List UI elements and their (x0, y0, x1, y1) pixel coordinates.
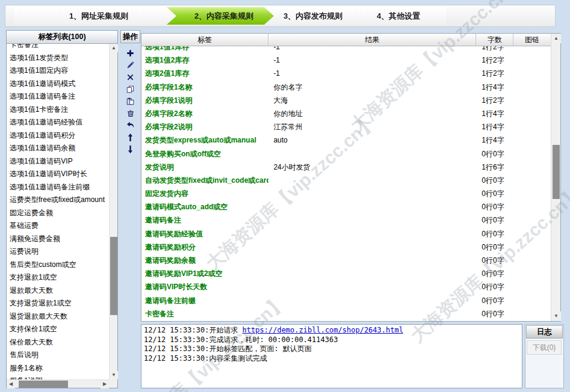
tag-list-item[interactable]: 选项1值1邀请码模式 (7, 78, 109, 91)
tab-content-collect-rules[interactable]: 2、内容采集规则 (167, 7, 275, 25)
result-table-header: 标签 结果 字数 图链 (141, 34, 551, 46)
tag-list-item[interactable]: 满额免运费金额 (7, 233, 109, 246)
tag-cell: 邀请码模式auto_add或空 (141, 200, 268, 213)
tag-list-item[interactable]: 选项1值1发货类型 (7, 52, 109, 65)
table-row[interactable]: 选项1值1库存-11行2字 (141, 46, 551, 54)
log-line: 12/12 15:33:30:开始标签匹配，页面: 默认页面 (144, 345, 519, 354)
tag-list-item[interactable]: 固定运费金额 (7, 207, 109, 220)
table-row[interactable]: 免登录购买on或off或空0行0字 (141, 147, 551, 161)
table-row[interactable]: 必填字段2名称你的地址1行4字 (141, 107, 551, 120)
paste-icon[interactable] (120, 95, 140, 107)
table-row[interactable]: 邀请码备注0行0字 (141, 213, 551, 227)
scroll-left-icon[interactable]: ◀ (7, 380, 15, 388)
tag-list-item[interactable]: 退款最大天数 (7, 284, 109, 298)
vscroll-thumb[interactable] (110, 237, 117, 315)
table-row[interactable]: 邀请码奖励VIP1或2或空0行0字 (141, 267, 551, 280)
column-header-result[interactable]: 结果 (268, 34, 476, 46)
tag-list-panel: 标签列表(100) 卡密备注选项1值1发货类型选项1值1固定内容选项1值1邀请码… (6, 30, 118, 388)
count-cell: 1行4字 (476, 120, 513, 133)
tab-url-collect-rules[interactable]: 1、网址采集规则 (14, 7, 178, 25)
tag-cell: 必填字段1名称 (141, 81, 268, 94)
tag-list-item[interactable]: 售后类型custom或空 (7, 259, 109, 272)
tag-list-item[interactable]: 基础运费 (7, 219, 109, 233)
tab-content-publish-rules[interactable]: 3、内容发布规则 (264, 7, 356, 25)
tag-list-item[interactable]: 支持退款1或空 (7, 271, 109, 284)
result-cell: 你的地址 (268, 107, 476, 120)
table-row[interactable]: 邀请码备注前缀0行0字 (141, 294, 551, 307)
tab-other-settings[interactable]: 4、其他设置 (345, 7, 446, 25)
tag-list-item[interactable]: 选项1值1卡密备注 (7, 103, 109, 117)
column-header-imglink[interactable]: 图链 (513, 34, 551, 46)
add-icon[interactable] (120, 47, 140, 59)
scroll-up-icon[interactable]: ▲ (110, 44, 118, 52)
tag-cell: 邀请码VIP时长天数 (141, 280, 268, 293)
table-row[interactable]: 邀请码奖励余额0行0字 (141, 254, 551, 267)
tag-list-item[interactable]: 选项1值1邀请码经验值 (7, 116, 109, 129)
tag-list-item[interactable]: 服务1名称 (7, 362, 109, 375)
count-cell: 0行0字 (476, 147, 513, 161)
tag-list-item[interactable]: 选项1值1邀请码积分 (7, 129, 109, 142)
tag-list-item[interactable]: 服务1说明 (7, 375, 109, 379)
column-header-tag[interactable]: 标签 (141, 34, 268, 46)
table-row[interactable]: 发货类型express或auto或manualauto1行4字 (141, 133, 551, 147)
table-row[interactable]: 邀请码奖励经验值0行0字 (141, 227, 551, 240)
table-row[interactable]: 卡密备注0行0字 (141, 307, 551, 320)
table-row[interactable]: 必填字段1说明大海1行2字 (141, 94, 551, 107)
tag-list-item[interactable]: 选项1值1邀请码备注前缀 (7, 181, 109, 194)
log-tab[interactable]: 日志 (526, 325, 563, 338)
tag-list-item[interactable]: 选项1值1邀请码VIP时长 (7, 168, 109, 181)
table-row[interactable]: 必填字段1名称你的名字1行4字 (141, 81, 551, 94)
tag-list-item[interactable]: 支持退货退款1或空 (7, 297, 109, 310)
table-row[interactable]: 必填字段2说明江苏常州1行4字 (141, 120, 551, 133)
table-row[interactable]: 选项1值2库存-11行2字 (141, 54, 551, 67)
imglink-cell (513, 227, 551, 240)
table-row[interactable]: 选项2值1库存-11行2字 (141, 67, 551, 80)
tag-cell: 发货说明 (141, 161, 268, 174)
tag-list-vscrollbar[interactable]: ▲ ▼ (109, 44, 117, 379)
scroll-down-icon[interactable]: ▼ (110, 371, 118, 379)
scroll-up-icon[interactable]: ▲ (551, 34, 561, 43)
result-cell: -1 (268, 46, 476, 54)
edit-icon[interactable] (120, 59, 140, 71)
copy-icon[interactable] (120, 83, 140, 95)
imglink-cell (513, 307, 551, 320)
tag-list-item[interactable]: 选项1值1邀请码VIP (7, 155, 109, 168)
tag-list-item[interactable]: 选项1值1邀请码备注 (7, 90, 109, 103)
scroll-down-icon[interactable]: ▼ (551, 311, 561, 321)
count-cell: 1行4字 (476, 81, 513, 94)
vscroll-thumb[interactable] (553, 145, 560, 199)
scroll-right-icon[interactable]: ▶ (101, 380, 109, 388)
count-cell: 1行2字 (476, 54, 513, 67)
tag-list-item[interactable]: 支持保价1或空 (7, 323, 109, 336)
tag-list-hscrollbar[interactable]: ◀ ▶ (7, 379, 109, 388)
tag-list-item[interactable]: 运费类型free或fixed或amount (7, 194, 109, 207)
hscroll-thumb[interactable] (19, 381, 68, 388)
move-down-icon[interactable] (120, 143, 140, 155)
undo-icon[interactable] (120, 119, 140, 131)
tag-list-item[interactable]: 售后说明 (7, 349, 109, 362)
ops-panel: 操作 (120, 30, 140, 155)
tag-list-item[interactable]: 卡密备注 (7, 44, 109, 52)
tag-list-item[interactable]: 退货退款最大天数 (7, 310, 109, 323)
table-row[interactable]: 邀请码VIP时长天数0行0字 (141, 280, 551, 293)
log-line: 12/12 15:33:30:开始请求 https://demo.zibll.c… (144, 326, 519, 335)
count-cell: 1行2字 (476, 94, 513, 107)
delete-x-icon[interactable] (120, 71, 140, 83)
result-cell (268, 227, 476, 240)
trash-icon[interactable] (120, 107, 140, 119)
log-link[interactable]: https://demo.zibll.com/shop/2643.html (243, 326, 403, 334)
download-button[interactable]: 下载(0) (527, 340, 562, 355)
table-row[interactable]: 发货说明24小时发货1行6字 (141, 161, 551, 174)
table-row[interactable]: 自动发货类型fixed或invit_code或card_pass或o…0行0字 (141, 174, 551, 187)
tag-list-item[interactable]: 运费说明 (7, 245, 109, 259)
tag-list-item[interactable]: 选项1值1邀请码余额 (7, 142, 109, 155)
table-vscrollbar[interactable]: ▲ ▼ (551, 34, 560, 321)
column-header-count[interactable]: 字数 (476, 34, 513, 46)
tag-list-item[interactable]: 保价最大天数 (7, 336, 109, 349)
table-row[interactable]: 固定发货内容0行0字 (141, 187, 551, 200)
move-up-icon[interactable] (120, 131, 140, 143)
count-cell: 1行4字 (476, 107, 513, 120)
table-row[interactable]: 邀请码奖励积分0行0字 (141, 240, 551, 254)
table-row[interactable]: 邀请码模式auto_add或空0行0字 (141, 200, 551, 213)
tag-list-item[interactable]: 选项1值1固定内容 (7, 64, 109, 78)
